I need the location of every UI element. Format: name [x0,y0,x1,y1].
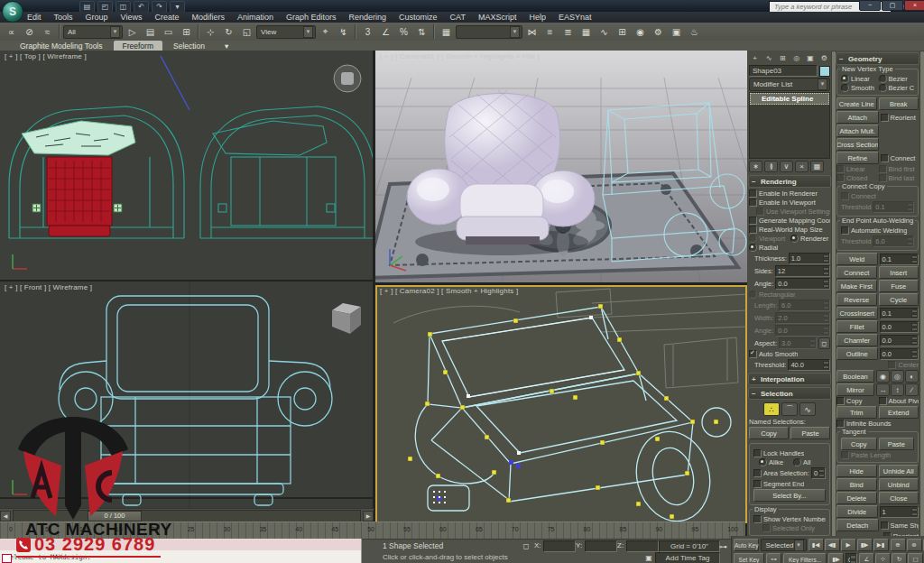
graphite-toggle-icon[interactable]: ▦ [578,23,595,40]
spline-subobject-icon[interactable]: ∿ [799,402,816,416]
outline-spinner[interactable]: 0.0 [880,348,919,360]
selected-only-checkbox[interactable]: Selected Only [762,524,815,532]
angle-snap-icon[interactable]: ∠ [377,23,394,40]
tangent-copy-button[interactable]: Copy [841,438,877,450]
weld-spinner[interactable]: 0.1 [880,254,919,265]
select-and-link-icon[interactable]: ∝ [3,23,20,40]
make-unique-icon[interactable]: ∨ [780,161,793,172]
configure-modifier-sets-icon[interactable]: ▦ [810,161,824,172]
mirror-icon[interactable]: ⋈ [523,23,541,40]
about-pivot-checkbox[interactable]: About Pivot [879,397,919,405]
viewport-camera01[interactable]: [ + ] [ Camera01 ] [ Smooth + Highlights… [375,51,747,282]
named-selection-paste-button[interactable]: Paste [790,427,830,439]
real-world-map-size-checkbox[interactable]: Real-World Map Size [749,226,823,234]
previous-frame-button[interactable]: ◀▮ [825,539,840,551]
curve-editor-icon[interactable]: ∿ [596,23,613,40]
edit-named-selections-icon[interactable]: ▦ [438,23,455,40]
named-selection-sets-dropdown[interactable]: ▼ [456,25,522,39]
break-button[interactable]: Break [879,97,919,110]
wireframe-color-swatch[interactable] [819,66,830,77]
modifier-list-dropdown[interactable]: Modifier List▼ [749,78,830,91]
enable-in-renderer-checkbox[interactable]: Enable In Renderer [749,189,818,198]
y-coordinate-field[interactable] [585,540,617,552]
radial-radio[interactable]: Radial [749,244,778,252]
boolean-intersect-icon[interactable]: ◐ [905,370,919,383]
tab-selection[interactable]: Selection [164,41,214,51]
render-production-icon[interactable]: ♨ [686,23,703,40]
rollout-selection[interactable]: −Selection [748,387,831,400]
go-to-start-button[interactable]: ▮◀ [808,539,824,551]
align-icon[interactable]: ≡ [541,23,559,40]
connect-checkbox[interactable]: Connect [881,154,919,162]
thickness-spinner[interactable]: 1.0 [789,253,830,264]
mirror-both-icon[interactable]: ∕ [905,383,919,396]
generate-mapping-coords-checkbox[interactable]: Generate Mapping Coords. [749,217,830,225]
key-filters-button[interactable]: Key Filters... [783,553,827,563]
divide-button[interactable]: Divide [836,505,878,518]
z-coordinate-field[interactable] [626,540,659,552]
current-frame-field[interactable]: 0 [845,553,857,563]
zoom-all-button[interactable]: ⊛ [907,539,922,551]
unlink-selection-icon[interactable]: ⊘ [21,23,38,40]
viewport-front-label[interactable]: [ + ] [ Front ] [ Wireframe ] [5,283,92,291]
auto-smooth-checkbox[interactable]: Auto Smooth [749,350,798,358]
material-editor-icon[interactable]: ◉ [632,23,649,40]
boolean-button[interactable]: Boolean [836,370,874,383]
remove-modifier-icon[interactable]: × [795,161,808,172]
reverse-button[interactable]: Reverse [836,293,877,306]
create-line-button[interactable]: Create Line [836,97,877,110]
pan-button[interactable]: ⊹ [875,553,891,563]
named-selection-copy-button[interactable]: Copy [749,427,789,439]
chamfer-spinner[interactable]: 0.0 [880,335,919,346]
viewport-camera02-label[interactable]: [ + ] [ Camera02 ] [ Smooth + Highlights… [380,287,518,295]
time-slider-right-arrow[interactable]: ▶ [363,511,374,521]
rendered-frame-icon[interactable]: ▣ [668,23,685,40]
go-to-end-button[interactable]: ▶▮ [873,539,889,551]
fillet-button[interactable]: Fillet [836,320,878,333]
fillet-spinner[interactable]: 0.0 [880,321,919,333]
area-selection-spinner[interactable]: 0.1 [811,467,826,479]
automatic-welding-checkbox[interactable]: Automatic Welding [841,226,907,235]
use-pivot-center-icon[interactable]: ⌖ [317,23,334,40]
modifier-stack[interactable]: Editable Spline [749,92,830,159]
tab-motion[interactable]: ◎ [790,51,802,64]
cross-section-button[interactable]: Cross Section [836,138,879,151]
smooth-vertex-radio[interactable]: Smooth [841,84,877,92]
tab-hierarchy[interactable]: ⊞ [777,51,789,64]
chamfer-button[interactable]: Chamfer [836,334,878,346]
use-viewport-settings-checkbox[interactable]: Use Viewport Settings [756,208,830,216]
aspect-lock-icon[interactable]: ◻ [818,337,830,349]
trim-button[interactable]: Trim [836,406,877,419]
pin-stack-icon[interactable]: ∗ [749,161,762,172]
key-mode-dropdown[interactable]: Selected▼ [761,539,806,551]
menu-item[interactable]: Edit [27,13,42,22]
renderer-radio[interactable]: Renderer [790,235,830,243]
rectangular-radio[interactable]: Rectangular [749,291,795,299]
closed-checkbox[interactable]: Closed [836,174,877,182]
linear-checkbox[interactable]: Linear [836,165,877,173]
bind-first-checkbox[interactable]: Bind first [879,165,919,173]
connect-button[interactable]: Connect [836,266,877,279]
fuse-button[interactable]: Fuse [879,280,919,292]
stack-item-editable-spline[interactable]: Editable Spline [750,93,829,105]
menu-item[interactable]: Help [529,13,546,22]
rectangular-selection-region-icon[interactable]: ▭ [160,23,177,40]
select-by-button[interactable]: Select By... [753,489,826,502]
object-name-field[interactable]: Shape03 [749,65,818,77]
key-mode-toggle-button[interactable]: ▮▶ [828,553,844,563]
threshold-spinner[interactable]: 40.0 [788,359,830,371]
menu-item[interactable]: Animation [237,13,273,22]
angle-spinner[interactable]: 0.0 [775,278,830,290]
outline-button[interactable]: Outline [836,347,878,360]
schematic-view-icon[interactable]: ⊞ [614,23,631,40]
menu-item[interactable]: Tools [54,13,73,22]
show-end-result-icon[interactable]: ≬ [764,161,778,172]
connect-copy-checkbox[interactable]: Connect [841,192,876,200]
menu-item[interactable]: Create [154,13,179,22]
bind-to-spacewarp-icon[interactable]: ≈ [39,23,56,40]
angle2-spinner[interactable]: 0.0 [775,325,830,337]
next-frame-button[interactable]: ▮▶ [857,539,873,551]
mirror-button[interactable]: Mirror [836,383,874,396]
detach-button[interactable]: Detach [836,519,879,531]
bind-button[interactable]: Bind [836,478,877,491]
